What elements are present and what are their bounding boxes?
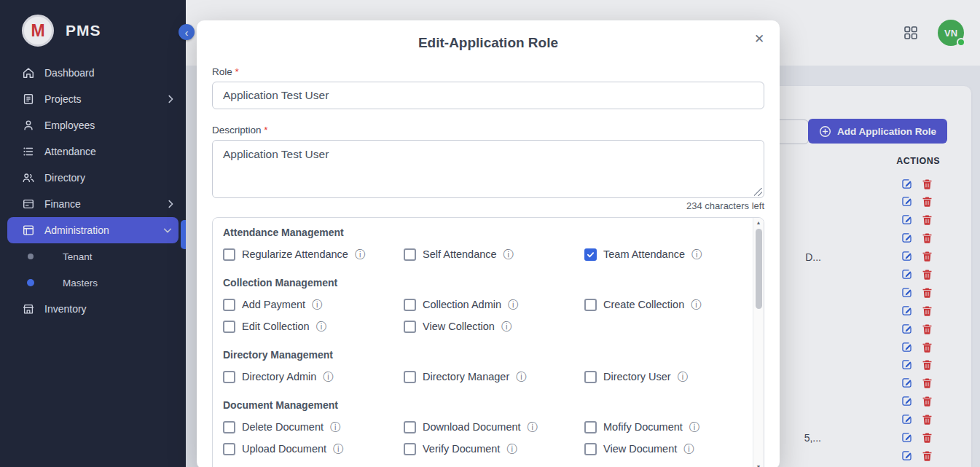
info-icon[interactable]: ⓘ <box>683 444 694 454</box>
info-icon[interactable]: ⓘ <box>506 444 517 454</box>
checkbox[interactable] <box>404 421 416 433</box>
permission-item[interactable]: Edit Collectionⓘ <box>223 315 404 337</box>
permission-label: Create Collection <box>603 299 684 310</box>
info-icon[interactable]: ⓘ <box>691 249 702 259</box>
permission-label: Directory User <box>603 371 671 382</box>
checkbox[interactable] <box>223 371 235 383</box>
permission-label: Edit Collection <box>242 321 310 332</box>
info-icon[interactable]: ⓘ <box>316 321 326 331</box>
checkbox[interactable] <box>223 299 235 311</box>
permission-item[interactable]: Team Attendanceⓘ <box>584 243 764 265</box>
checkbox[interactable] <box>584 371 597 383</box>
permission-label: Directory Manager <box>423 371 509 382</box>
permission-item[interactable]: Verify Documentⓘ <box>404 438 584 460</box>
info-icon[interactable]: ⓘ <box>508 299 518 310</box>
scroll-down-icon[interactable]: ▼ <box>753 464 764 467</box>
permission-item[interactable]: Mofify Documentⓘ <box>584 416 764 438</box>
application-root: M PMS DashboardProjectsEmployeesAttendan… <box>0 0 980 467</box>
info-icon[interactable]: ⓘ <box>516 372 526 382</box>
scroll-up-icon[interactable]: ▲ <box>753 220 764 225</box>
info-icon[interactable]: ⓘ <box>501 321 511 331</box>
permission-item[interactable]: Collection Adminⓘ <box>404 294 584 315</box>
required-marker: * <box>264 125 267 136</box>
permission-item[interactable]: View Collectionⓘ <box>404 315 584 337</box>
permission-section-title: Directory Management <box>223 349 734 361</box>
info-icon[interactable]: ⓘ <box>355 249 365 259</box>
info-icon[interactable]: ⓘ <box>323 372 333 382</box>
permission-item[interactable]: Add Paymentⓘ <box>223 294 404 315</box>
permissions-scrollbar[interactable]: ▲ ▼ <box>753 218 764 467</box>
characters-left-counter: 234 characters left <box>212 200 764 211</box>
close-icon[interactable]: ✕ <box>750 30 768 47</box>
permission-section-title: Attendance Management <box>223 227 734 238</box>
dialog-title: Edit-Application Role <box>212 20 764 51</box>
description-label-text: Description <box>212 125 262 136</box>
info-icon[interactable]: ⓘ <box>528 422 538 432</box>
permission-grid: Regularize AttendanceⓘSelf AttendanceⓘTe… <box>223 243 734 265</box>
permission-label: Download Document <box>423 421 521 433</box>
resize-handle-icon[interactable] <box>754 188 762 196</box>
role-input[interactable] <box>212 82 764 109</box>
permission-label: Self Attendance <box>423 248 497 260</box>
info-icon[interactable]: ⓘ <box>691 299 701 310</box>
permission-item[interactable]: Directory Managerⓘ <box>404 366 584 388</box>
description-field: Application Test User <box>212 140 764 198</box>
permission-label: Upload Document <box>242 443 326 455</box>
permission-item[interactable]: Directory Adminⓘ <box>223 366 404 388</box>
permission-item[interactable]: View Documentⓘ <box>584 438 764 460</box>
permission-grid: Directory AdminⓘDirectory ManagerⓘDirect… <box>223 366 734 388</box>
checkbox[interactable] <box>584 421 597 433</box>
checkbox[interactable] <box>223 248 235 261</box>
info-icon[interactable]: ⓘ <box>333 444 343 454</box>
permission-label: Directory Admin <box>242 371 316 382</box>
edit-application-role-dialog: Edit-Application Role ✕ Role * Descripti… <box>197 20 780 467</box>
permission-item[interactable]: Download Documentⓘ <box>404 416 584 438</box>
permission-item[interactable]: Upload Documentⓘ <box>223 438 404 460</box>
info-icon[interactable]: ⓘ <box>689 422 699 432</box>
info-icon[interactable]: ⓘ <box>312 299 322 310</box>
description-textarea[interactable]: Application Test User <box>213 141 764 197</box>
permissions-box: Attendance ManagementRegularize Attendan… <box>212 217 764 467</box>
permission-label: Verify Document <box>423 443 500 455</box>
role-field-label: Role * <box>212 66 764 77</box>
permission-section-title: Document Management <box>223 399 734 411</box>
info-icon[interactable]: ⓘ <box>678 372 688 382</box>
permission-label: Add Payment <box>242 299 305 310</box>
role-label-text: Role <box>212 66 232 77</box>
checkbox[interactable] <box>404 443 416 455</box>
required-marker: * <box>235 66 239 77</box>
permission-grid: Add PaymentⓘCollection AdminⓘCreate Coll… <box>223 294 734 337</box>
permission-item[interactable]: Self Attendanceⓘ <box>404 243 584 265</box>
scrollbar-thumb[interactable] <box>756 229 762 309</box>
info-icon[interactable]: ⓘ <box>503 249 514 259</box>
permission-label: Collection Admin <box>423 299 501 310</box>
permission-item[interactable]: Directory Userⓘ <box>584 366 764 388</box>
permission-label: Delete Document <box>242 421 324 433</box>
checkbox[interactable] <box>223 421 235 433</box>
permissions-list: Attendance ManagementRegularize Attendan… <box>213 218 764 467</box>
checkbox[interactable] <box>584 299 597 311</box>
permission-label: Team Attendance <box>603 248 685 260</box>
checkbox[interactable] <box>584 248 597 261</box>
permission-item[interactable]: Regularize Attendanceⓘ <box>223 243 404 265</box>
checkbox[interactable] <box>404 248 416 261</box>
permission-item[interactable]: Create Collectionⓘ <box>584 294 764 315</box>
checkbox[interactable] <box>404 321 416 333</box>
checkbox[interactable] <box>404 371 416 383</box>
checkbox[interactable] <box>404 299 416 311</box>
permission-grid: Delete DocumentⓘDownload DocumentⓘMofify… <box>223 416 734 460</box>
permission-label: View Document <box>603 443 677 455</box>
permission-item[interactable]: Delete Documentⓘ <box>223 416 404 438</box>
permission-section-title: Collection Management <box>223 277 734 289</box>
description-field-label: Description * <box>212 125 764 136</box>
info-icon[interactable]: ⓘ <box>330 422 340 432</box>
permission-label: View Collection <box>423 321 495 332</box>
permission-label: Mofify Document <box>603 421 683 433</box>
checkbox[interactable] <box>223 321 235 333</box>
permission-label: Regularize Attendance <box>242 248 348 260</box>
checkbox[interactable] <box>223 443 235 455</box>
checkbox[interactable] <box>584 443 597 455</box>
